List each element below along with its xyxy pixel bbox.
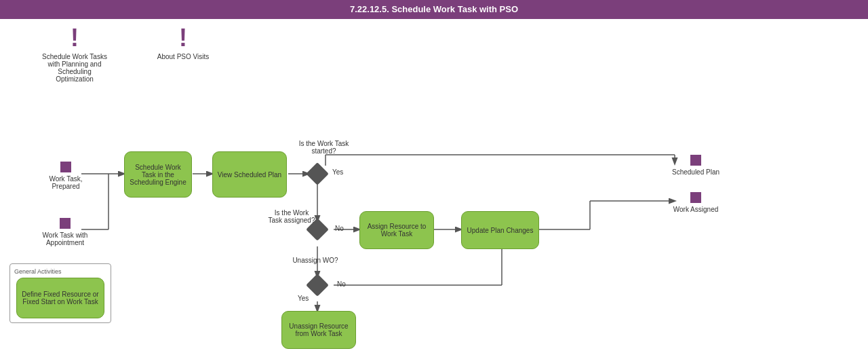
view-scheduled-plan-label: View Scheduled Plan (218, 171, 281, 179)
about-pso-label: About PSO Visits (157, 53, 210, 60)
no1-label: No (335, 225, 344, 232)
scheduled-plan-output: Scheduled Plan (669, 155, 723, 176)
scheduled-plan-square (690, 155, 701, 166)
pso-tasks-label: Schedule Work Tasks with Planning and Sc… (41, 53, 108, 83)
work-task-appointment: Work Task with Appointment (38, 218, 92, 246)
define-fixed-box[interactable]: Define Fixed Resource or Fixed Start on … (16, 278, 104, 318)
is-started-diamond (306, 162, 329, 185)
work-assigned-square (690, 192, 701, 203)
about-pso-icon: ! About PSO Visits (149, 26, 217, 60)
exclamation-icon-2: ! (179, 26, 187, 50)
appointment-label: Work Task with Appointment (38, 231, 92, 246)
unassign-wo-label: Unassign WO? (292, 257, 339, 264)
assign-resource-label: Assign Resource to Work Task (363, 223, 431, 238)
assign-resource-box[interactable]: Assign Resource to Work Task (359, 211, 434, 249)
main-area: ! Schedule Work Tasks with Planning and … (0, 19, 868, 353)
appointment-square (60, 218, 71, 229)
header-title: 7.22.12.5. Schedule Work Task with PSO (350, 4, 518, 14)
work-assigned-label: Work Assigned (673, 206, 719, 213)
define-fixed-label: Define Fixed Resource or Fixed Start on … (20, 291, 101, 305)
unassign-resource-box[interactable]: Unassign Resource from Work Task (281, 311, 356, 349)
prepared-square (60, 162, 71, 172)
pso-tasks-icon: ! Schedule Work Tasks with Planning and … (41, 26, 108, 83)
yes1-label: Yes (332, 168, 343, 176)
view-scheduled-plan-box[interactable]: View Scheduled Plan (212, 151, 287, 198)
general-activities-box: General Activities Define Fixed Resource… (9, 263, 111, 323)
scheduled-plan-label: Scheduled Plan (672, 168, 719, 176)
icons-area: ! Schedule Work Tasks with Planning and … (41, 26, 217, 83)
yes2-label: Yes (298, 295, 309, 302)
update-plan-label: Update Plan Changes (467, 227, 534, 234)
work-assigned-output: Work Assigned (669, 192, 723, 213)
header: 7.22.12.5. Schedule Work Task with PSO (0, 0, 868, 19)
schedule-work-task-box[interactable]: Schedule Work Task in the Scheduling Eng… (124, 151, 192, 198)
is-started-label: Is the Work Task started? (298, 140, 349, 155)
prepared-label: Work Task, Prepared (42, 175, 90, 190)
no2-label: No (337, 280, 346, 288)
unassign-wo-diamond (306, 274, 329, 297)
schedule-work-task-label: Schedule Work Task in the Scheduling Eng… (127, 164, 189, 186)
unassign-resource-label: Unassign Resource from Work Task (285, 322, 353, 337)
exclamation-icon-1: ! (71, 26, 79, 50)
is-assigned-label: Is the Work Task assigned? (268, 209, 315, 224)
general-activities-title: General Activities (14, 268, 106, 275)
work-task-prepared: Work Task, Prepared (42, 162, 90, 190)
update-plan-box[interactable]: Update Plan Changes (461, 211, 539, 249)
